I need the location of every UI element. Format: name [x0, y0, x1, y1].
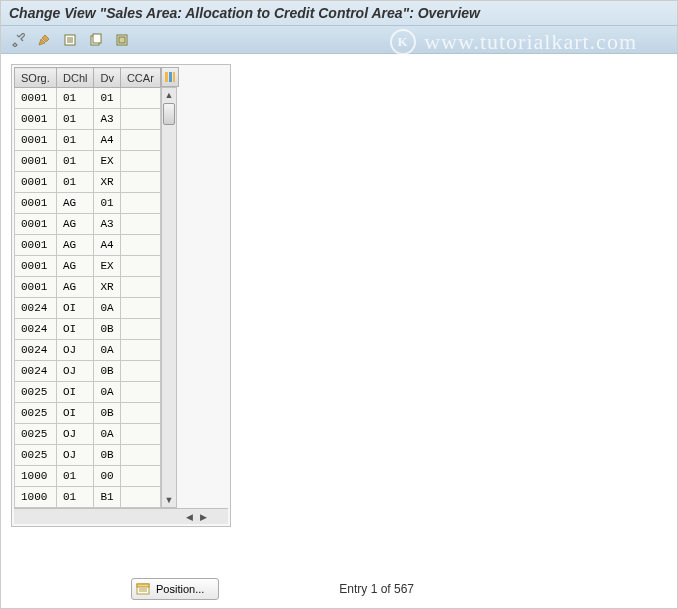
scroll-right-icon[interactable]: ▶ [196, 510, 210, 524]
cell-sorg[interactable]: 0001 [15, 214, 57, 235]
table-row[interactable]: 0025OI0B [15, 403, 161, 424]
table-config-icon[interactable] [161, 67, 179, 87]
cell-dv[interactable]: XR [94, 172, 120, 193]
cell-sorg[interactable]: 0001 [15, 88, 57, 109]
new-entries-icon[interactable] [59, 30, 81, 50]
cell-ccar[interactable] [120, 214, 160, 235]
header-ccar[interactable]: CCAr [120, 68, 160, 88]
cell-ccar[interactable] [120, 424, 160, 445]
table-row[interactable]: 0001AGA3 [15, 214, 161, 235]
table-row[interactable]: 0025OI0A [15, 382, 161, 403]
cell-sorg[interactable]: 0024 [15, 340, 57, 361]
cell-sorg[interactable]: 1000 [15, 487, 57, 508]
table-row[interactable]: 0024OI0B [15, 319, 161, 340]
cell-ccar[interactable] [120, 172, 160, 193]
cell-ccar[interactable] [120, 151, 160, 172]
table-row[interactable]: 0024OJ0A [15, 340, 161, 361]
cell-ccar[interactable] [120, 277, 160, 298]
table-row[interactable]: 000101A3 [15, 109, 161, 130]
table-row[interactable]: 0025OJ0B [15, 445, 161, 466]
cell-ccar[interactable] [120, 487, 160, 508]
cell-ccar[interactable] [120, 319, 160, 340]
cell-ccar[interactable] [120, 235, 160, 256]
cell-ccar[interactable] [120, 109, 160, 130]
cell-dv[interactable]: 00 [94, 466, 120, 487]
cell-ccar[interactable] [120, 403, 160, 424]
select-all-icon[interactable] [111, 30, 133, 50]
cell-sorg[interactable]: 0001 [15, 235, 57, 256]
cell-dv[interactable]: 0B [94, 361, 120, 382]
header-sorg[interactable]: SOrg. [15, 68, 57, 88]
cell-ccar[interactable] [120, 445, 160, 466]
cell-dv[interactable]: XR [94, 277, 120, 298]
position-button[interactable]: Position... [131, 578, 219, 600]
cell-sorg[interactable]: 0001 [15, 277, 57, 298]
table-row[interactable]: 0001AGXR [15, 277, 161, 298]
cell-dchl[interactable]: OJ [57, 340, 94, 361]
cell-dv[interactable]: 0A [94, 424, 120, 445]
table-row[interactable]: 00010101 [15, 88, 161, 109]
cell-dv[interactable]: 0B [94, 445, 120, 466]
cell-sorg[interactable]: 0001 [15, 109, 57, 130]
cell-dchl[interactable]: AG [57, 193, 94, 214]
cell-ccar[interactable] [120, 382, 160, 403]
cell-sorg[interactable]: 0001 [15, 172, 57, 193]
cell-sorg[interactable]: 0001 [15, 151, 57, 172]
cell-ccar[interactable] [120, 130, 160, 151]
table-row[interactable]: 0024OI0A [15, 298, 161, 319]
cell-dv[interactable]: A4 [94, 235, 120, 256]
cell-dchl[interactable]: 01 [57, 466, 94, 487]
scroll-up-icon[interactable]: ▲ [162, 88, 176, 102]
cell-sorg[interactable]: 0025 [15, 403, 57, 424]
scroll-down-icon[interactable]: ▼ [162, 493, 176, 507]
vertical-scrollbar[interactable]: ▲ ▼ [161, 87, 177, 508]
cell-sorg[interactable]: 0025 [15, 445, 57, 466]
cell-ccar[interactable] [120, 193, 160, 214]
cell-dchl[interactable]: OJ [57, 424, 94, 445]
cell-dv[interactable]: 0A [94, 382, 120, 403]
cell-sorg[interactable]: 0024 [15, 298, 57, 319]
cell-dchl[interactable]: 01 [57, 109, 94, 130]
cell-dchl[interactable]: OI [57, 298, 94, 319]
cell-dchl[interactable]: OI [57, 382, 94, 403]
cell-dv[interactable]: B1 [94, 487, 120, 508]
cell-sorg[interactable]: 0025 [15, 382, 57, 403]
cell-dv[interactable]: A4 [94, 130, 120, 151]
table-row[interactable]: 0001AGA4 [15, 235, 161, 256]
cell-dv[interactable]: A3 [94, 109, 120, 130]
cell-dv[interactable]: EX [94, 151, 120, 172]
cell-ccar[interactable] [120, 466, 160, 487]
cell-dv[interactable]: 01 [94, 193, 120, 214]
cell-dv[interactable]: EX [94, 256, 120, 277]
cell-dchl[interactable]: AG [57, 277, 94, 298]
cell-sorg[interactable]: 0024 [15, 361, 57, 382]
copy-icon[interactable] [85, 30, 107, 50]
cell-dchl[interactable]: OI [57, 319, 94, 340]
cell-dchl[interactable]: OJ [57, 445, 94, 466]
cell-dchl[interactable]: OI [57, 403, 94, 424]
cell-sorg[interactable]: 0024 [15, 319, 57, 340]
cell-dchl[interactable]: AG [57, 235, 94, 256]
tools-icon[interactable] [7, 30, 29, 50]
cell-dchl[interactable]: 01 [57, 88, 94, 109]
cell-dchl[interactable]: AG [57, 214, 94, 235]
pencil-icon[interactable] [33, 30, 55, 50]
cell-sorg[interactable]: 0001 [15, 130, 57, 151]
cell-ccar[interactable] [120, 298, 160, 319]
cell-dv[interactable]: 0B [94, 403, 120, 424]
cell-dv[interactable]: A3 [94, 214, 120, 235]
table-row[interactable]: 10000100 [15, 466, 161, 487]
cell-sorg[interactable]: 0025 [15, 424, 57, 445]
cell-dv[interactable]: 0A [94, 340, 120, 361]
cell-dchl[interactable]: OJ [57, 361, 94, 382]
cell-sorg[interactable]: 0001 [15, 193, 57, 214]
cell-ccar[interactable] [120, 88, 160, 109]
scroll-left-icon[interactable]: ◀ [182, 510, 196, 524]
table-row[interactable]: 000101A4 [15, 130, 161, 151]
cell-sorg[interactable]: 1000 [15, 466, 57, 487]
table-row[interactable]: 100001B1 [15, 487, 161, 508]
table-row[interactable]: 0001AG01 [15, 193, 161, 214]
table-row[interactable]: 0024OJ0B [15, 361, 161, 382]
cell-dv[interactable]: 0A [94, 298, 120, 319]
cell-sorg[interactable]: 0001 [15, 256, 57, 277]
